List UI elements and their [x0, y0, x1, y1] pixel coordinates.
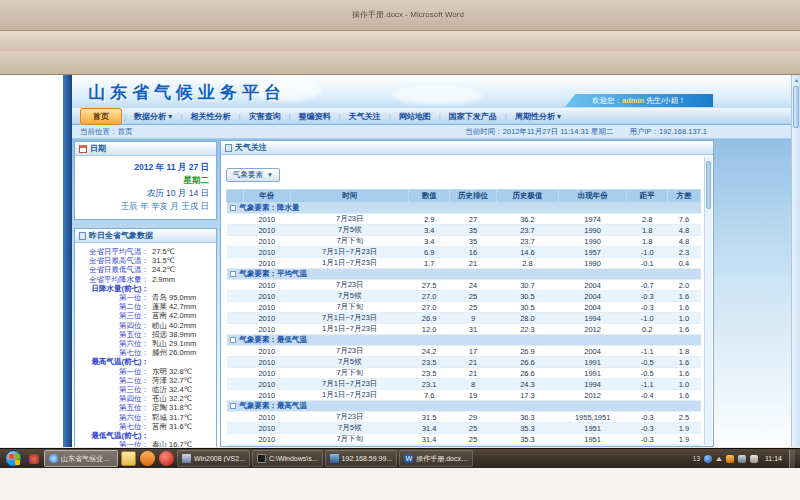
table-cell: 1991 [558, 357, 627, 368]
weather-label: 最低气温(前七)： [75, 431, 149, 440]
weather-value: 莒南 31.6℃ [149, 422, 192, 431]
nav-item[interactable]: 天气关注 [343, 109, 387, 124]
action-center-flag-icon[interactable] [726, 455, 734, 463]
group-checkbox[interactable] [230, 271, 236, 277]
weather-label: 第五位： [75, 403, 149, 412]
rdp-icon [330, 454, 339, 463]
table-cell: 2010 [243, 434, 290, 445]
row-checkbox-cell [227, 368, 244, 379]
taskbar-clock[interactable]: 11:14 [765, 455, 782, 462]
table-cell: 2004 [558, 280, 627, 291]
table-cell: 7月5候 [290, 225, 409, 236]
row-checkbox-cell [227, 280, 244, 291]
table-header-row: 年份时间数值历史排位历史极值出现年份距平方差 [227, 190, 701, 203]
weather-value: 滕州 26.0mm [149, 348, 196, 357]
table-body: 气象要素：降水量20107月23日2.92736.219742.87.62010… [227, 203, 701, 448]
element-dropdown-button[interactable]: 气象要素▼ [226, 168, 280, 182]
table-cell: 1957 [558, 247, 627, 258]
table-cell: 1.6 [667, 302, 700, 313]
report-icon [79, 232, 86, 240]
weather-value: 临沂 32.4℃ [149, 385, 192, 394]
quick-launch-icon[interactable] [29, 454, 39, 464]
table-cell: 7月1日~7月23日 [290, 247, 409, 258]
table-cell: 2012 [558, 324, 627, 335]
panel-scrollbar-thumb[interactable] [706, 161, 711, 209]
column-header: 数值 [409, 190, 449, 203]
weather-panel: 昨日全省气象数据 全省日平均气温：27.5℃全省日最高气温：31.5℃全省日最低… [74, 228, 217, 447]
table-cell: -1.0 [627, 313, 667, 324]
table-cell: -0.3 [627, 291, 667, 302]
tray-expand-icon[interactable] [716, 457, 722, 461]
column-header: 时间 [290, 190, 409, 203]
table-cell: 1.8 [667, 346, 700, 357]
table-cell: 1990 [558, 236, 627, 247]
table-cell: 9 [449, 313, 496, 324]
nav-item[interactable]: 灾害查询 [242, 109, 286, 124]
panel-icon [225, 144, 232, 152]
weather-label: 第二位： [75, 302, 149, 311]
panel-scrollbar[interactable] [704, 157, 712, 445]
status-bar: 当前位置：首页 当前时间：2012年11月27日 11:14:31 星期二 用户… [72, 125, 791, 139]
start-button[interactable] [5, 450, 22, 467]
weather-panel-title: 昨日全省气象数据 [89, 230, 153, 241]
table-cell: 27.5 [409, 280, 449, 291]
addon-toolbar: x bing P ••• [0, 51, 800, 75]
table-row: 20107月1日~7月23日26.9928.01994-1.01.0 [227, 313, 701, 324]
table-cell: 2010 [243, 236, 290, 247]
weather-line: 最高气温(前七)： [75, 357, 213, 366]
weather-value: 菏泽 32.7℃ [149, 376, 192, 385]
nav-item[interactable]: 相关性分析 [184, 109, 236, 124]
task-button-label: 操作手册.docx ... [416, 454, 468, 464]
task-button[interactable]: C:\Windows\s... [252, 450, 323, 467]
group-label: 气象要素：最高气温 [240, 401, 308, 410]
explorer-icon[interactable] [121, 451, 136, 466]
table-cell: 25 [449, 423, 496, 434]
group-checkbox[interactable] [230, 337, 236, 343]
webpage: 山东省气候业务平台 欢迎您：admin 先生/小姐！ 首页|数据分析 ▾|相关性… [72, 75, 791, 447]
show-desktop-button[interactable] [789, 450, 795, 468]
table-cell: 2010 [243, 280, 290, 291]
nav-item[interactable]: 网站地图 [393, 109, 437, 124]
group-checkbox[interactable] [230, 403, 236, 409]
table-cell: 1994 [558, 313, 627, 324]
weather-value [149, 284, 152, 293]
table-cell: 31.5 [409, 445, 449, 448]
nav-item[interactable]: 数据分析 ▾ [128, 109, 178, 124]
network-icon[interactable] [738, 455, 746, 463]
table-cell: 14.6 [497, 247, 559, 258]
scroll-up-icon[interactable]: ▲ [792, 75, 800, 85]
browser-scrollbar[interactable]: ▲ [791, 75, 800, 447]
table-cell: 2012 [558, 390, 627, 401]
browser-scrollbar-thumb[interactable] [793, 86, 799, 128]
volume-icon[interactable] [750, 455, 758, 463]
task-button[interactable]: 山东省气候业务平... [44, 450, 118, 467]
screenshot-bottom-margin [0, 468, 800, 500]
nav-item[interactable]: 首页 [80, 108, 122, 125]
nav-item[interactable]: 整编资料 [293, 109, 337, 124]
nav-separator: | [505, 112, 507, 121]
table-cell: 2010 [243, 291, 290, 302]
task-button[interactable]: W操作手册.docx ... [399, 450, 473, 467]
row-checkbox-cell [227, 390, 244, 401]
group-checkbox[interactable] [230, 205, 236, 211]
nav-item[interactable]: 周期性分析 ▾ [509, 109, 567, 124]
table-cell: 22.3 [497, 324, 559, 335]
table-cell: 2010 [243, 390, 290, 401]
table-cell: -0.5 [627, 357, 667, 368]
table-cell: 2010 [243, 302, 290, 313]
pinned-app-icon[interactable] [140, 451, 155, 466]
ime-icon[interactable] [704, 455, 712, 463]
nav-item[interactable]: 国家下发产品 [443, 109, 503, 124]
column-header: 方差 [667, 190, 700, 203]
table-cell: 2010 [243, 247, 290, 258]
task-button[interactable]: 192.168.59.99... [325, 450, 398, 467]
background-word-window[interactable]: 操作手册.docx - Microsoft Word [0, 0, 800, 30]
table-cell: 0.4 [667, 258, 700, 269]
media-player-icon[interactable] [159, 451, 174, 466]
task-button[interactable]: Win2008 (VS2... [177, 450, 250, 467]
table-row: 20107月1日~7月23日23.1824.31994-1.11.0 [227, 379, 701, 390]
table-cell: -1.0 [627, 247, 667, 258]
table-cell: 2010 [243, 379, 290, 390]
table-cell: 1955,1951 [558, 412, 627, 423]
weather-line: 第五位：定陶 31.8℃ [75, 403, 213, 412]
